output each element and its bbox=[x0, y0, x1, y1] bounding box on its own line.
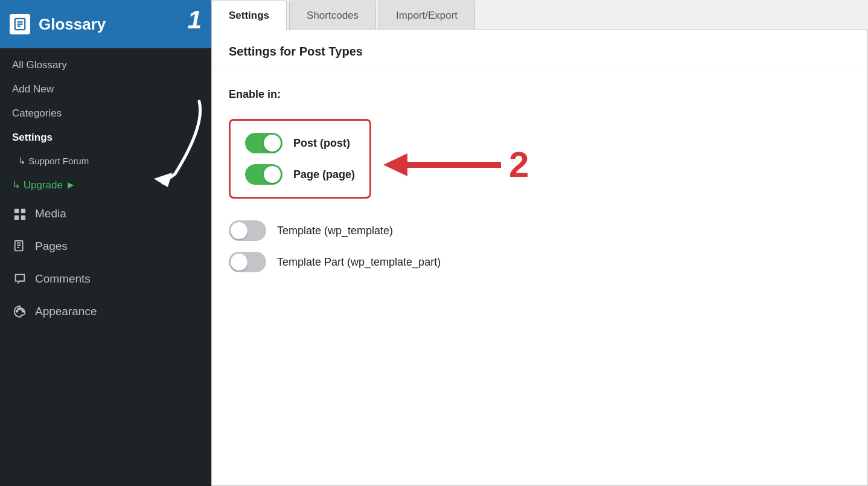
sidebar-item-pages[interactable]: Pages bbox=[0, 230, 211, 263]
toggle-template-label: Template (wp_template) bbox=[277, 225, 393, 237]
toggle-item-template-part: Template Part (wp_template_part) bbox=[229, 252, 850, 272]
toggle-page-label: Page (page) bbox=[293, 168, 355, 181]
sidebar-item-upgrade[interactable]: ↳ Upgrade ► bbox=[0, 173, 211, 197]
svg-point-13 bbox=[22, 310, 24, 312]
toggle-post[interactable] bbox=[245, 133, 282, 153]
svg-rect-9 bbox=[15, 241, 23, 251]
sidebar-item-support-forum[interactable]: ↳ Support Forum bbox=[0, 150, 211, 173]
svg-rect-5 bbox=[14, 209, 19, 213]
svg-marker-14 bbox=[383, 153, 501, 176]
red-arrow-svg bbox=[383, 149, 504, 181]
sidebar-item-all-glossary[interactable]: All Glossary bbox=[0, 53, 211, 77]
appearance-icon bbox=[12, 304, 28, 319]
sidebar-item-settings[interactable]: Settings bbox=[0, 126, 211, 150]
enable-label: Enable in: bbox=[229, 88, 850, 101]
sidebar-item-add-new[interactable]: Add New bbox=[0, 77, 211, 101]
comments-icon bbox=[12, 271, 28, 287]
sidebar: Glossary 1 All Glossary Add New Categori… bbox=[0, 0, 211, 486]
toggle-page-knob bbox=[264, 166, 281, 183]
highlight-box: Post (post) Page (page) bbox=[229, 119, 371, 199]
pages-icon bbox=[12, 238, 28, 254]
content-panel: Settings for Post Types Enable in: Post … bbox=[211, 30, 868, 486]
svg-rect-8 bbox=[21, 216, 25, 220]
toggle-item-post: Post (post) bbox=[245, 133, 355, 153]
toggle-item-page: Page (page) bbox=[245, 164, 355, 185]
sidebar-item-comments[interactable]: Comments bbox=[0, 263, 211, 295]
svg-point-12 bbox=[21, 309, 22, 310]
sidebar-item-media[interactable]: Media bbox=[0, 197, 211, 230]
media-icon bbox=[12, 206, 28, 222]
toggle-template[interactable] bbox=[229, 220, 266, 241]
svg-point-10 bbox=[16, 310, 18, 312]
toggle-template-part-label: Template Part (wp_template_part) bbox=[277, 256, 441, 269]
toggle-template-part-knob bbox=[231, 254, 247, 270]
svg-point-11 bbox=[18, 309, 19, 310]
sidebar-item-categories[interactable]: Categories bbox=[0, 101, 211, 126]
tab-settings[interactable]: Settings bbox=[211, 1, 287, 30]
section-title: Settings for Post Types bbox=[212, 30, 867, 71]
settings-body: Enable in: Post (post) bbox=[212, 71, 867, 289]
sidebar-header: Glossary 1 bbox=[0, 0, 211, 48]
annotation-number-2: 2 bbox=[509, 147, 529, 183]
toggle-template-knob bbox=[231, 222, 247, 239]
sidebar-item-appearance[interactable]: Appearance bbox=[0, 295, 211, 328]
toggle-post-label: Post (post) bbox=[293, 137, 350, 150]
svg-rect-6 bbox=[21, 209, 25, 213]
toggle-post-knob bbox=[264, 135, 281, 152]
tab-import-export[interactable]: Import/Export bbox=[378, 1, 475, 30]
sidebar-nav: All Glossary Add New Categories Settings… bbox=[0, 48, 211, 486]
toggle-item-template: Template (wp_template) bbox=[229, 220, 850, 241]
annotation-arrow-2: 2 bbox=[383, 147, 529, 183]
svg-rect-7 bbox=[14, 216, 19, 220]
tab-shortcodes[interactable]: Shortcodes bbox=[289, 1, 376, 30]
main-content: Settings Shortcodes Import/Export Settin… bbox=[211, 0, 868, 486]
glossary-plugin-icon bbox=[10, 14, 30, 34]
toggle-template-part[interactable] bbox=[229, 252, 266, 272]
plugin-title: Glossary bbox=[39, 15, 106, 34]
toggle-page[interactable] bbox=[245, 164, 282, 185]
annotation-number-1: 1 bbox=[188, 7, 202, 33]
tabs-bar: Settings Shortcodes Import/Export bbox=[211, 0, 868, 30]
